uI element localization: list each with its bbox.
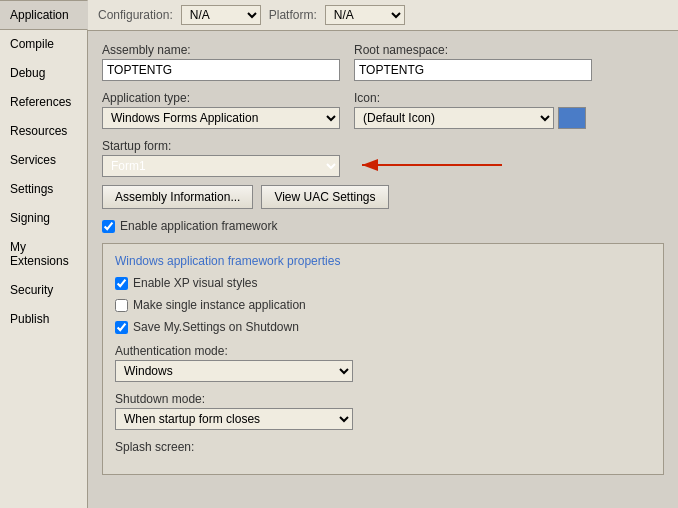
content-area: Assembly name: Root namespace: Applicati… bbox=[88, 31, 678, 508]
icon-label: Icon: bbox=[354, 91, 586, 105]
type-icon-row: Application type: Windows Forms Applicat… bbox=[102, 91, 664, 129]
xp-styles-checkbox[interactable] bbox=[115, 277, 128, 290]
single-instance-row: Make single instance application bbox=[115, 298, 651, 312]
root-namespace-label: Root namespace: bbox=[354, 43, 592, 57]
app-type-label: Application type: bbox=[102, 91, 340, 105]
save-settings-checkbox[interactable] bbox=[115, 321, 128, 334]
single-instance-label: Make single instance application bbox=[133, 298, 306, 312]
top-bar: Configuration: N/A Platform: N/A bbox=[88, 0, 678, 31]
startup-form-group: Startup form: Form1 bbox=[102, 139, 664, 177]
splash-screen-label: Splash screen: bbox=[115, 440, 651, 454]
root-namespace-input[interactable] bbox=[354, 59, 592, 81]
assembly-name-label: Assembly name: bbox=[102, 43, 340, 57]
save-settings-row: Save My.Settings on Shutdown bbox=[115, 320, 651, 334]
configuration-label: Configuration: bbox=[98, 8, 173, 22]
platform-select[interactable]: N/A bbox=[325, 5, 405, 25]
sidebar-item-my-extensions[interactable]: My Extensions bbox=[0, 233, 87, 276]
platform-label: Platform: bbox=[269, 8, 317, 22]
configuration-select[interactable]: N/A bbox=[181, 5, 261, 25]
save-settings-label: Save My.Settings on Shutdown bbox=[133, 320, 299, 334]
sidebar-item-application[interactable]: Application bbox=[0, 0, 88, 30]
startup-form-wrapper: Form1 bbox=[102, 155, 664, 177]
icon-preview bbox=[558, 107, 586, 129]
main-panel: Configuration: N/A Platform: N/A Assembl… bbox=[88, 0, 678, 508]
buttons-row: Assembly Information... View UAC Setting… bbox=[102, 185, 664, 209]
shutdown-mode-label: Shutdown mode: bbox=[115, 392, 651, 406]
startup-form-label: Startup form: bbox=[102, 139, 664, 153]
icon-group: Icon: (Default Icon) bbox=[354, 91, 586, 129]
sidebar-item-resources[interactable]: Resources bbox=[0, 117, 87, 146]
root-namespace-group: Root namespace: bbox=[354, 43, 592, 81]
auth-mode-select[interactable]: Windows bbox=[115, 360, 353, 382]
sidebar-item-compile[interactable]: Compile bbox=[0, 30, 87, 59]
sidebar: Application Compile Debug References Res… bbox=[0, 0, 88, 508]
auth-mode-label: Authentication mode: bbox=[115, 344, 651, 358]
assembly-name-group: Assembly name: bbox=[102, 43, 340, 81]
sidebar-item-publish[interactable]: Publish bbox=[0, 305, 87, 334]
app-type-group: Application type: Windows Forms Applicat… bbox=[102, 91, 340, 129]
sidebar-item-settings[interactable]: Settings bbox=[0, 175, 87, 204]
icon-select[interactable]: (Default Icon) bbox=[354, 107, 554, 129]
arrow-indicator bbox=[342, 147, 522, 187]
framework-title: Windows application framework properties bbox=[115, 254, 651, 268]
shutdown-mode-select[interactable]: When startup form closes bbox=[115, 408, 353, 430]
name-row: Assembly name: Root namespace: bbox=[102, 43, 664, 81]
icon-row: (Default Icon) bbox=[354, 107, 586, 129]
startup-form-select[interactable]: Form1 bbox=[102, 155, 340, 177]
shutdown-mode-group: Shutdown mode: When startup form closes bbox=[115, 392, 651, 430]
enable-framework-label: Enable application framework bbox=[120, 219, 277, 233]
assembly-info-button[interactable]: Assembly Information... bbox=[102, 185, 253, 209]
app-type-select[interactable]: Windows Forms Application bbox=[102, 107, 340, 129]
enable-framework-checkbox[interactable] bbox=[102, 220, 115, 233]
auth-mode-group: Authentication mode: Windows bbox=[115, 344, 651, 382]
enable-framework-row: Enable application framework bbox=[102, 219, 664, 233]
single-instance-checkbox[interactable] bbox=[115, 299, 128, 312]
sidebar-item-references[interactable]: References bbox=[0, 88, 87, 117]
splash-screen-group: Splash screen: bbox=[115, 440, 651, 454]
sidebar-item-services[interactable]: Services bbox=[0, 146, 87, 175]
framework-section: Windows application framework properties… bbox=[102, 243, 664, 475]
xp-styles-label: Enable XP visual styles bbox=[133, 276, 258, 290]
sidebar-item-debug[interactable]: Debug bbox=[0, 59, 87, 88]
sidebar-item-signing[interactable]: Signing bbox=[0, 204, 87, 233]
assembly-name-input[interactable] bbox=[102, 59, 340, 81]
sidebar-item-security[interactable]: Security bbox=[0, 276, 87, 305]
view-uac-button[interactable]: View UAC Settings bbox=[261, 185, 388, 209]
xp-styles-row: Enable XP visual styles bbox=[115, 276, 651, 290]
